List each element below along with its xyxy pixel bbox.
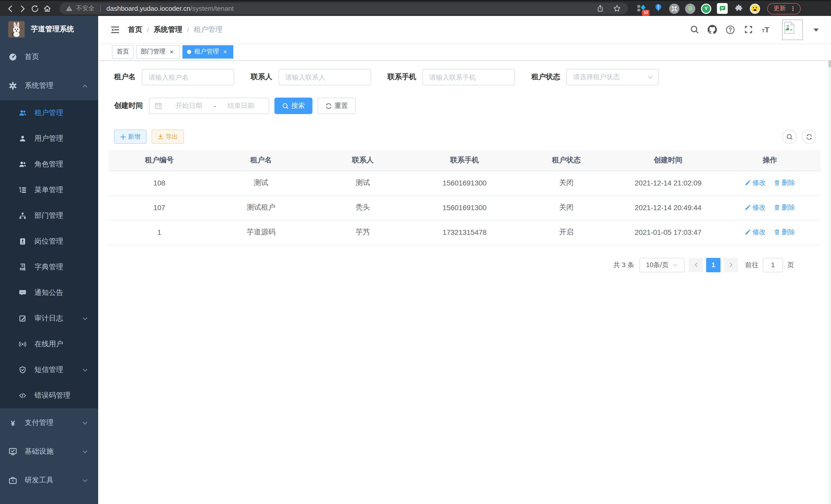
mobile-input[interactable] [423,69,515,85]
toggle-search-button[interactable] [782,129,797,144]
cell-status: 关闭 [515,195,617,220]
extension-dot-icon[interactable] [685,3,695,13]
sidebar-item-menu[interactable]: 菜单管理 [0,177,98,203]
dashboard-icon [9,53,17,61]
tag-dept[interactable]: 部门管理 × [136,45,180,58]
refresh-table-button[interactable] [802,129,816,144]
sidebar-item-audit-log[interactable]: 审计日志 [0,306,98,331]
tag-close-icon[interactable]: × [168,48,175,55]
sidebar-item-sms[interactable]: 短信管理 [0,357,98,383]
avatar[interactable] [782,19,803,40]
share-button[interactable] [597,5,604,12]
sidebar: 芋道管理系统 首页 系统管理 [0,16,98,504]
status-select[interactable]: 请选择租户状态 [566,69,659,85]
sidebar-item-label: 研发工具 [25,476,53,485]
chevron-down-icon [82,367,88,373]
tag-tenant[interactable]: 租户管理 × [182,45,233,58]
browser-back-button[interactable] [4,2,17,14]
sidebar-item-error-code[interactable]: 错误码管理 [0,383,98,409]
sidebar-item-label: 字典管理 [34,263,63,272]
extension-balloon-icon[interactable] [653,3,663,14]
create-time-range-picker[interactable]: 开始日期 - 结束日期 [149,98,269,114]
table-row: 108 测试 测试 15601691300 关闭 2021-12-14 21:0… [109,171,821,195]
search-icon [786,133,793,140]
add-button[interactable]: 新增 [114,129,146,144]
browser-toolbar: 不安全 dashboard.yudao.iocoder.cn/system/te… [0,0,831,16]
tag-close-icon[interactable]: × [222,48,229,55]
sidebar-item-dev-tools[interactable]: 研发工具 [0,466,98,495]
browser-menu-icon[interactable]: ⋮ [790,5,796,12]
next-page-button[interactable] [724,258,738,272]
trash-icon [774,180,780,186]
breadcrumb-system[interactable]: 系统管理 [154,25,182,34]
sidebar-item-payment[interactable]: ¥ 支付管理 [0,409,98,437]
delete-link[interactable]: 删除 [774,228,795,237]
status-label: 租户状态 [532,72,560,82]
cell-contact: 秃头 [312,195,414,220]
help-icon[interactable] [726,25,735,34]
page-size-select[interactable]: 10条/页 [639,258,685,272]
bookmark-star-button[interactable] [613,5,621,12]
edit-link[interactable]: 修改 [745,228,766,237]
edit-link[interactable]: 修改 [745,178,766,187]
url-bar[interactable]: 不安全 dashboard.yudao.iocoder.cn/system/te… [60,3,628,14]
sidebar-item-label: 用户管理 [34,134,63,143]
sidebar-item-dict[interactable]: 字典管理 [0,254,98,280]
profile-avatar-icon[interactable] [750,3,760,13]
refresh-icon [806,133,812,140]
tenant-name-input[interactable] [142,69,234,85]
refresh-icon [325,102,332,109]
browser-reload-button[interactable] [29,2,41,14]
message-icon [19,289,26,296]
users-group-icon [19,161,26,168]
extension-y-icon[interactable]: Y [701,3,711,13]
reset-button[interactable]: 重置 [318,98,355,114]
pagination: 共 3 条 10条/页 1 前往 [109,258,821,272]
user-icon [19,135,26,142]
export-button[interactable]: 导出 [152,129,184,144]
sidebar-item-tenant[interactable]: 租户管理 [0,100,98,126]
fullscreen-icon[interactable] [744,25,753,34]
github-icon[interactable] [708,25,717,34]
tag-label: 首页 [117,47,129,56]
table-row: 1 芋道源码 芋艿 17321315478 开启 2021-01-05 17:0… [109,220,821,244]
logo-image [8,21,25,37]
scrollbar[interactable] [828,16,831,504]
extensions-puzzle-icon[interactable] [733,3,744,14]
browser-home-button[interactable] [41,2,53,14]
extension-diamond-icon[interactable]: 10 [636,3,647,14]
contact-input[interactable] [279,69,371,85]
sidebar-item-post[interactable]: 岗位管理 [0,229,98,254]
sidebar-item-infrastructure[interactable]: 基础设施 [0,437,98,466]
delete-link[interactable]: 删除 [774,178,795,187]
breadcrumb-home[interactable]: 首页 [128,25,142,34]
avatar-caret-icon[interactable] [813,28,819,32]
font-size-icon[interactable]: TT [762,25,769,34]
header-search-icon[interactable] [690,25,699,34]
delete-link[interactable]: 删除 [774,203,795,212]
sidebar-item-notice[interactable]: 通知公告 [0,280,98,306]
sidebar-item-role[interactable]: 角色管理 [0,152,98,177]
browser-update-button[interactable]: 更新 ⋮ [767,3,801,14]
sidebar-toggle-icon[interactable] [111,25,120,34]
extension-chat-icon[interactable] [717,3,728,14]
page-number-current[interactable]: 1 [706,258,720,272]
create-time-label: 创建时间 [114,101,143,111]
sidebar-item-dept[interactable]: 部门管理 [0,203,98,229]
site-info-button[interactable] [66,5,73,12]
edit-link[interactable]: 修改 [745,203,766,212]
sidebar-item-user[interactable]: 用户管理 [0,126,98,152]
search-button[interactable]: 搜索 [275,98,312,114]
prev-page-button[interactable] [689,258,703,272]
extension-command-icon[interactable] [669,3,679,13]
sidebar-item-home[interactable]: 首页 [0,42,98,71]
cell-name: 芋道源码 [210,220,312,244]
goto-page-input[interactable] [763,258,783,272]
cell-ops: 修改 删除 [719,220,821,244]
sidebar-item-label: 审计日志 [34,314,63,323]
app-logo[interactable]: 芋道管理系统 [0,16,98,42]
browser-forward-button[interactable] [17,2,29,14]
tag-home[interactable]: 首页 [112,45,134,58]
sidebar-item-system[interactable]: 系统管理 [0,71,98,100]
sidebar-item-online-users[interactable]: 在线用户 [0,331,98,357]
